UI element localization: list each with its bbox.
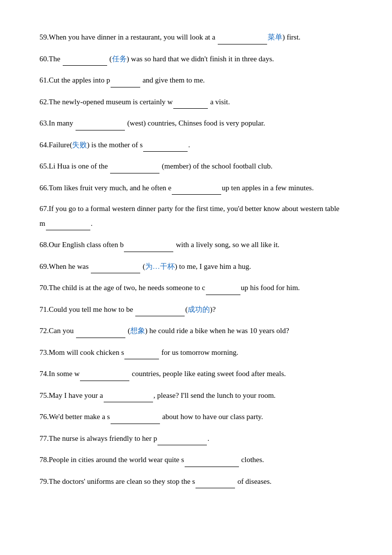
question-text: 79.The doctors' uniforms are clean so th… xyxy=(39,477,195,485)
question-text: up his food for him. xyxy=(241,284,300,292)
question-text: clothes. xyxy=(239,456,264,464)
question-text: about how to have our class party. xyxy=(160,413,263,421)
question-text: ) was so hard that we didn't finish it i… xyxy=(127,55,274,63)
question-text: 76.We'd better make a s xyxy=(39,413,110,421)
question-76: 76.We'd better make a s about how to hav… xyxy=(39,409,353,424)
fill-blank[interactable] xyxy=(173,94,208,109)
fill-blank[interactable] xyxy=(46,216,90,231)
chinese-text: 任务 xyxy=(112,55,127,63)
question-text: , please? I'll send the lunch to your ro… xyxy=(154,391,276,399)
question-text: ) first. xyxy=(282,33,301,41)
fill-blank[interactable] xyxy=(63,51,107,66)
question-text: 63.In many xyxy=(39,119,75,127)
question-text: 69.When he was xyxy=(39,262,90,270)
question-text: ( xyxy=(108,55,112,63)
fill-blank[interactable] xyxy=(80,366,129,381)
question-text: m xyxy=(39,219,45,227)
question-text: 61.Cut the apples into p xyxy=(39,76,110,84)
question-79: 79.The doctors' uniforms are clean so th… xyxy=(39,474,353,489)
question-62: 62.The newly-opened museum is certainly … xyxy=(39,94,353,109)
fill-blank[interactable] xyxy=(111,409,160,424)
question-65: 65.Li Hua is one of the (member) of the … xyxy=(39,159,353,173)
question-text: of diseases. xyxy=(235,477,272,485)
question-text: ) to me, I gave him a hug. xyxy=(175,262,251,270)
question-70: 70.The child is at the age of two, he ne… xyxy=(39,280,353,295)
fill-blank[interactable] xyxy=(135,302,185,317)
fill-blank[interactable] xyxy=(157,431,207,446)
fill-blank[interactable] xyxy=(206,280,240,295)
question-60: 60.The (任务) was so hard that we didn't f… xyxy=(39,51,353,66)
question-59: 59.When you have dinner in a restaurant,… xyxy=(39,30,353,44)
question-68: 68.Our English class often b with a live… xyxy=(39,237,353,252)
question-text: 75.May I have your a xyxy=(39,391,103,399)
question-text: ) he could ride a bike when he was 10 ye… xyxy=(145,327,289,335)
question-text: 68.Our English class often b xyxy=(39,241,123,249)
question-text: ) is the mother of s xyxy=(87,141,143,149)
fill-blank[interactable] xyxy=(91,259,140,274)
question-text: . xyxy=(207,434,209,442)
fill-blank[interactable] xyxy=(111,73,140,87)
question-67: 67.If you go to a formal western dinner … xyxy=(39,202,353,230)
question-78: 78.People in cities around the world wea… xyxy=(39,452,353,467)
question-text: 74.In some w xyxy=(39,370,79,378)
question-text: )? xyxy=(210,305,216,313)
question-64: 64.Failure(失败) is the mother of s . xyxy=(39,137,353,152)
question-61: 61.Cut the apples into p and give them t… xyxy=(39,73,353,87)
fill-blank[interactable] xyxy=(124,345,159,360)
question-73: 73.Mom will cook chicken s for us tomorr… xyxy=(39,345,353,360)
question-66: 66.Tom likes fruit very much, and he oft… xyxy=(39,180,353,195)
question-text: with a lively song, so we all like it. xyxy=(174,241,279,249)
question-text: 78.People in cities around the world wea… xyxy=(39,456,184,464)
fill-blank[interactable] xyxy=(185,452,239,467)
question-text: 64.Failure( xyxy=(39,141,72,149)
question-text: 73.Mom will cook chicken s xyxy=(39,348,124,356)
fill-blank[interactable] xyxy=(124,237,173,252)
question-74: 74.In some w countries, people like eati… xyxy=(39,366,353,381)
question-text: 77.The nurse is always friendly to her p xyxy=(39,434,157,442)
question-text: ( xyxy=(126,327,130,335)
question-text: a visit. xyxy=(208,98,230,106)
question-text: 72.Can you xyxy=(39,327,76,335)
question-text: (member) of the school football club. xyxy=(160,162,273,170)
fill-blank[interactable] xyxy=(172,180,221,195)
fill-blank[interactable] xyxy=(104,388,153,403)
chinese-text: 菜单 xyxy=(268,33,282,41)
chinese-text: 成功的 xyxy=(188,305,210,313)
questions-container: 59.When you have dinner in a restaurant,… xyxy=(39,30,353,488)
question-63: 63.In many (west) countries, Chinses foo… xyxy=(39,116,353,130)
question-text: 67.If you go to a formal western dinner … xyxy=(39,205,340,213)
fill-blank[interactable] xyxy=(76,323,125,338)
question-72: 72.Can you (想象) he could ride a bike whe… xyxy=(39,323,353,338)
question-71: 71.Could you tell me how to be (成功的)? xyxy=(39,302,353,317)
question-text: 65.Li Hua is one of the xyxy=(39,162,110,170)
question-text: 70.The child is at the age of two, he ne… xyxy=(39,284,205,292)
question-text: . xyxy=(188,141,190,149)
chinese-text: 为…干杯 xyxy=(145,262,175,270)
question-text: 59.When you have dinner in a restaurant,… xyxy=(39,33,217,41)
chinese-text: 想象 xyxy=(130,327,145,335)
question-text: ( xyxy=(141,262,145,270)
chinese-text: 失败 xyxy=(72,141,87,149)
question-text: 60.The xyxy=(39,55,62,63)
question-text: and give them to me. xyxy=(141,76,205,84)
fill-blank[interactable] xyxy=(218,30,267,44)
fill-blank[interactable] xyxy=(143,137,188,152)
question-text: up ten apples in a few minutes. xyxy=(222,184,314,192)
fill-blank[interactable] xyxy=(110,159,159,173)
question-text: (west) countries, Chinses food is very p… xyxy=(125,119,265,127)
fill-blank[interactable] xyxy=(76,116,125,130)
question-75: 75.May I have your a , please? I'll send… xyxy=(39,388,353,403)
question-text: for us tomorrow morning. xyxy=(159,348,238,356)
fill-blank[interactable] xyxy=(196,474,235,489)
question-text: 62.The newly-opened museum is certainly … xyxy=(39,98,173,106)
question-text: . xyxy=(91,219,93,227)
question-77: 77.The nurse is always friendly to her p… xyxy=(39,431,353,446)
question-text: 71.Could you tell me how to be xyxy=(39,305,135,313)
question-text: 66.Tom likes fruit very much, and he oft… xyxy=(39,184,171,192)
question-69: 69.When he was (为…干杯) to me, I gave him … xyxy=(39,259,353,274)
question-text: countries, people like eating sweet food… xyxy=(130,370,286,378)
